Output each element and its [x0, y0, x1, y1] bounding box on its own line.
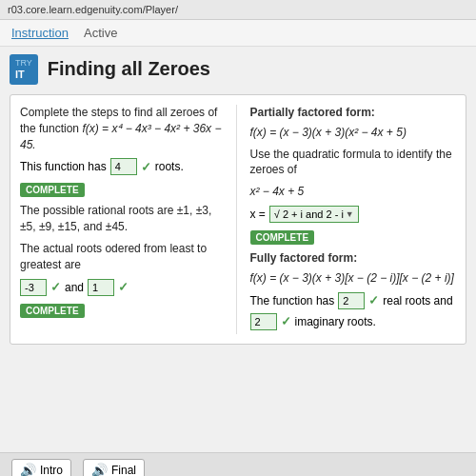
bottom-bar: 🔊 Intro 🔊 Final [0, 452, 476, 476]
speaker-icon-final: 🔊 [91, 463, 108, 477]
root2-check: ✓ [118, 280, 129, 294]
two-col-layout: Complete the steps to find all zeroes of… [10, 94, 466, 345]
actual-roots-label: The actual roots odered from least to gr… [20, 241, 227, 273]
try-it-header: TRY IT Finding all Zeroes [10, 54, 466, 85]
fully-label: Fully factored form: [250, 250, 457, 267]
and-label: and [65, 281, 84, 294]
partial-label: Partially factored form: [250, 105, 457, 121]
real-roots-input[interactable]: 2 [338, 292, 365, 309]
dropdown-arrow-icon: ▼ [346, 209, 354, 219]
complete-badge-3: COMPLETE [250, 230, 315, 245]
quadratic-expr: x² − 4x + 5 [250, 184, 457, 200]
final-label: Final [111, 464, 136, 477]
imag-roots-input[interactable]: 2 [250, 313, 277, 330]
try-it-badge: TRY IT [10, 54, 38, 85]
root1-input[interactable]: -3 [20, 279, 47, 296]
fully-formula: f(x) = (x − 3)(x + 3)[x − (2 − i)][x − (… [250, 270, 457, 287]
real-roots-suffix: real roots and [383, 294, 452, 307]
roots-suffix: roots. [155, 160, 184, 173]
nav-active: Active [84, 26, 117, 40]
real-roots-label: The function has [250, 294, 335, 307]
quadratic-label: Use the quadratic formula to identify th… [250, 147, 457, 179]
content-wrapper: Complete the steps to find all zeroes of… [10, 94, 466, 345]
speaker-icon-intro: 🔊 [20, 463, 36, 477]
intro-label: Intro [40, 464, 63, 477]
page-title: Finding all Zeroes [48, 58, 210, 80]
browser-url: r03.core.learn.edgenuity.com/Player/ [8, 4, 178, 15]
roots-check: ✓ [141, 160, 151, 174]
intro-button[interactable]: 🔊 Intro [11, 459, 71, 477]
right-column: Partially factored form: f(x) = (x − 3)(… [247, 105, 457, 334]
root2-input[interactable]: 1 [88, 279, 114, 296]
root1-check: ✓ [50, 280, 61, 294]
main-content: TRY IT Finding all Zeroes Complete the s… [0, 47, 476, 452]
imag-roots-line: 2 ✓ imaginary roots. [250, 313, 457, 330]
final-button[interactable]: 🔊 Final [83, 459, 145, 477]
nav-instruction[interactable]: Instruction [11, 26, 69, 40]
imag-roots-check: ✓ [281, 314, 291, 328]
zeros-label: x = [250, 208, 266, 221]
zeros-line: x = √ 2 + i and 2 - i ▼ [250, 206, 457, 223]
real-roots-check: ✓ [368, 293, 379, 307]
real-roots-line: The function has 2 ✓ real roots and [250, 292, 457, 309]
roots-line: This function has 4 ✓ roots. [20, 158, 227, 175]
top-nav: Instruction Active [0, 20, 476, 47]
browser-bar: r03.core.learn.edgenuity.com/Player/ [0, 0, 476, 20]
left-column: Complete the steps to find all zeroes of… [20, 105, 237, 334]
try-it-label: TRY [15, 58, 32, 69]
imag-roots-suffix: imaginary roots. [295, 315, 376, 328]
intro-text: Complete the steps to find all zeroes of… [20, 105, 227, 152]
actual-roots-line: -3 ✓ and 1 ✓ [20, 279, 227, 296]
zeros-dropdown[interactable]: √ 2 + i and 2 - i ▼ [269, 206, 359, 223]
possible-roots-text: The possible rational roots are ±1, ±3, … [20, 203, 227, 235]
complete-badge-1: COMPLETE [20, 183, 85, 197]
roots-label: This function has [20, 160, 107, 173]
roots-input[interactable]: 4 [110, 158, 137, 175]
zeros-value: √ 2 + i and 2 - i [274, 208, 344, 220]
partial-formula: f(x) = (x − 3)(x + 3)(x² − 4x + 5) [250, 125, 457, 141]
complete-badge-2: COMPLETE [20, 304, 85, 318]
